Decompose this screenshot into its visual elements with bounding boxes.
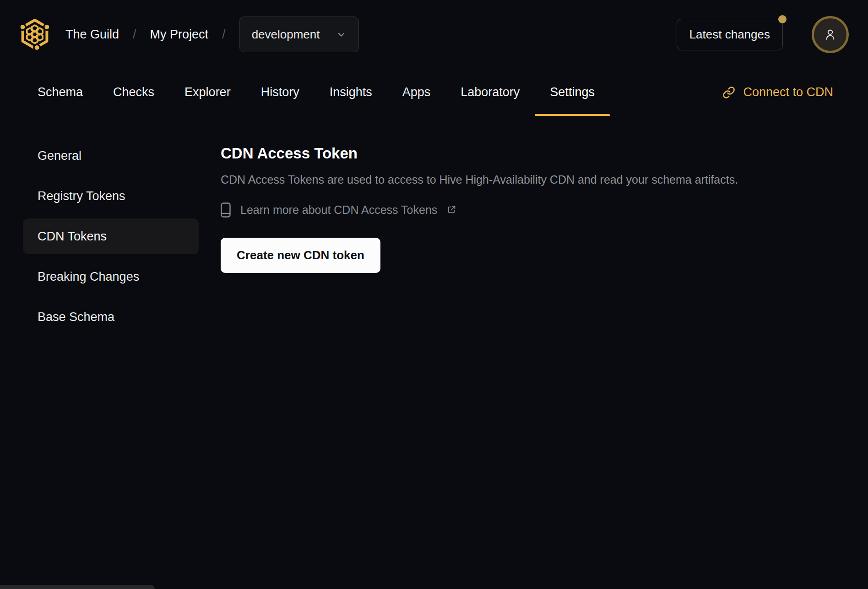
tab-apps[interactable]: Apps — [387, 69, 446, 116]
hive-honeycomb-logo-icon — [20, 18, 50, 51]
tabs-list: Schema Checks Explorer History Insights … — [22, 69, 610, 116]
breadcrumb-separator: / — [133, 27, 136, 42]
latest-changes-label: Latest changes — [689, 27, 770, 42]
target-selector[interactable]: development — [239, 16, 359, 52]
connect-to-cdn-link[interactable]: Connect to CDN — [722, 69, 833, 116]
tab-laboratory[interactable]: Laboratory — [445, 69, 535, 116]
page-description: CDN Access Tokens are used to access to … — [221, 173, 738, 187]
breadcrumb-organization[interactable]: The Guild — [65, 27, 119, 42]
breadcrumb-separator: / — [222, 27, 226, 42]
learn-more-label: Learn more about CDN Access Tokens — [240, 203, 437, 217]
hive-logo[interactable] — [20, 18, 50, 51]
book-icon — [221, 202, 231, 218]
sidebar-item-registry-tokens[interactable]: Registry Tokens — [23, 178, 199, 214]
tab-checks[interactable]: Checks — [98, 69, 169, 116]
page-title: CDN Access Token — [221, 146, 738, 162]
tab-history[interactable]: History — [246, 69, 315, 116]
settings-sidebar: General Registry Tokens CDN Tokens Break… — [23, 116, 199, 335]
notification-dot — [778, 15, 787, 23]
create-cdn-token-button[interactable]: Create new CDN token — [221, 238, 380, 273]
breadcrumb: The Guild / My Project / development — [65, 16, 359, 52]
connect-to-cdn-label: Connect to CDN — [743, 85, 833, 99]
latest-changes-button[interactable]: Latest changes — [677, 19, 783, 50]
tab-settings[interactable]: Settings — [535, 69, 610, 116]
chevron-down-icon — [336, 29, 347, 40]
user-avatar-button[interactable] — [812, 16, 849, 53]
target-selector-value: development — [252, 27, 320, 42]
sidebar-item-cdn-tokens[interactable]: CDN Tokens — [23, 218, 199, 254]
sidebar-item-base-schema[interactable]: Base Schema — [23, 299, 199, 335]
settings-content: General Registry Tokens CDN Tokens Break… — [0, 116, 868, 335]
app-page: The Guild / My Project / development Lat… — [0, 0, 868, 589]
tab-explorer[interactable]: Explorer — [169, 69, 246, 116]
tab-schema[interactable]: Schema — [22, 69, 98, 116]
user-icon — [823, 27, 838, 42]
external-link-icon — [447, 205, 456, 214]
breadcrumb-project[interactable]: My Project — [150, 27, 209, 42]
cdn-token-panel: CDN Access Token CDN Access Tokens are u… — [221, 116, 738, 273]
tab-insights[interactable]: Insights — [315, 69, 387, 116]
app-header: The Guild / My Project / development Lat… — [0, 0, 868, 69]
sidebar-item-general[interactable]: General — [23, 138, 199, 174]
learn-more-link[interactable]: Learn more about CDN Access Tokens — [221, 202, 456, 218]
bottom-overflow-element — [0, 585, 155, 589]
project-tabs-nav: Schema Checks Explorer History Insights … — [0, 69, 868, 116]
sidebar-item-breaking-changes[interactable]: Breaking Changes — [23, 259, 199, 294]
link-icon — [722, 86, 735, 99]
